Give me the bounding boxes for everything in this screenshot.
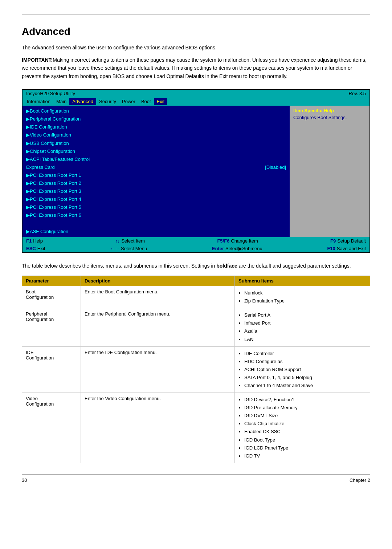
bios-entry-express-card[interactable]: Express Card[Disabled] [26, 163, 286, 171]
key-f1: F1 [26, 238, 32, 244]
col-submenu: Submenu Items [235, 276, 370, 286]
menu-boot[interactable]: Boot [138, 98, 154, 105]
footer-select-submenu: Enter Select▶Submenu [212, 246, 262, 251]
bios-entry-boot-config[interactable]: ▶Boot Configuration [26, 107, 286, 115]
table-header-row: Parameter Description Submenu Items [22, 276, 370, 286]
bios-menu-bar: Information Main Advanced Security Power… [23, 97, 369, 106]
important-block: IMPORTANT:Making incorrect settings to i… [22, 56, 370, 80]
bios-entry-peripheral-config[interactable]: ▶Peripheral Configuration [26, 115, 286, 123]
bios-title-bar: InsydeH20 Setup Utility Rev. 3.5 [23, 90, 369, 97]
bios-footer: F1 Help ↑↓ Select Item F5/F6 Change Item… [23, 237, 369, 245]
submenu-ide-config: IDE Controller HDC Configure as ACHI Opt… [235, 346, 370, 393]
desc-ide-config: Enter the IDE Configuration menu. [81, 346, 235, 393]
col-description: Description [81, 276, 235, 286]
desc-video-config: Enter the Video Configuration menu. [81, 393, 235, 463]
footer-help: F1 Help [26, 238, 43, 244]
bios-entry-video-config[interactable]: ▶Video Configuration [26, 131, 286, 139]
param-peripheral-config: PeripheralConfiguration [22, 308, 81, 346]
col-parameter: Parameter [22, 276, 81, 286]
key-f9: F9 [330, 238, 336, 244]
page-number: 30 [22, 477, 27, 483]
param-table: Parameter Description Submenu Items Boot… [22, 276, 370, 463]
bios-help-title: Item Specific Help [293, 108, 366, 113]
important-label: IMPORTANT: [22, 57, 53, 63]
table-row: VideoConfiguration Enter the Video Confi… [22, 393, 370, 463]
menu-main[interactable]: Main [53, 98, 69, 105]
bios-help-text: Configures Boot Settings. [293, 115, 366, 120]
menu-exit[interactable]: Exit [154, 98, 168, 105]
footer-esc-exit: ESC Exit [26, 246, 45, 251]
important-text: Making incorrect settings to items on th… [22, 57, 367, 79]
menu-advanced[interactable]: Advanced [69, 98, 96, 105]
desc-peripheral-config: Enter the Peripheral Configuration menu. [81, 308, 235, 346]
param-ide-config: IDEConfiguration [22, 346, 81, 393]
bios-screen: InsydeH20 Setup Utility Rev. 3.5 Informa… [22, 89, 370, 253]
bios-left-panel: ▶Boot Configuration ▶Peripheral Configur… [23, 106, 290, 237]
param-video-config: VideoConfiguration [22, 393, 81, 463]
chapter-label: Chapter 2 [350, 477, 370, 483]
submenu-peripheral-config: Serial Port A Infrared Port Azalia LAN [235, 308, 370, 346]
bios-entry-pci3[interactable]: ▶PCI Express Root Port 3 [26, 187, 286, 195]
table-row: PeripheralConfiguration Enter the Periph… [22, 308, 370, 346]
footer-select-menu: ←→ Select Menu [110, 246, 147, 251]
bios-entry-asf[interactable]: ▶ASF Configuration [26, 228, 286, 236]
footer-change-item: F5/F6 Change Item [217, 238, 258, 244]
menu-power[interactable]: Power [119, 98, 138, 105]
footer-save-exit: F10 Save and Exit [327, 246, 366, 251]
page-title: Advanced [22, 26, 370, 37]
menu-security[interactable]: Security [96, 98, 119, 105]
param-boot-config: BootConfiguration [22, 286, 81, 308]
bios-entry-pci2[interactable]: ▶PCI Express Root Port 2 [26, 179, 286, 187]
menu-information[interactable]: Information [24, 98, 53, 105]
bios-entry-chipset-config[interactable]: ▶Chipset Configuration [26, 147, 286, 155]
submenu-boot-config: Numlock Zip Emulation Type [235, 286, 370, 308]
bios-entry-usb-config[interactable]: ▶USB Configuration [26, 139, 286, 147]
table-row: IDEConfiguration Enter the IDE Configura… [22, 346, 370, 393]
bios-entry-pci5[interactable]: ▶PCI Express Root Port 5 [26, 203, 286, 211]
key-f10: F10 [327, 246, 335, 251]
page-footer: 30 Chapter 2 [22, 474, 370, 483]
bios-entry-pci6[interactable]: ▶PCI Express Root Port 6 [26, 211, 286, 219]
bios-title-left: InsydeH20 Setup Utility [26, 91, 75, 96]
bios-entry-ide-config[interactable]: ▶IDE Configuration [26, 123, 286, 131]
key-arrows: ↑↓ [115, 238, 120, 244]
bios-entry-pci1[interactable]: ▶PCI Express Root Port 1 [26, 171, 286, 179]
desc-boot-config: Enter the Boot Configuration menu. [81, 286, 235, 308]
key-esc: ESC [26, 246, 36, 251]
key-lr-arrows: ←→ [110, 246, 119, 251]
intro-text: The Advanced screen allows the user to c… [22, 44, 370, 52]
key-f5f6: F5/F6 [217, 238, 229, 244]
bios-right-panel: Item Specific Help Configures Boot Setti… [290, 106, 369, 237]
bios-title-right: Rev. 3.5 [349, 91, 366, 96]
submenu-video-config: IGD Device2, Function1 IGD Pre-allocate … [235, 393, 370, 463]
bios-footer-row2: ESC Exit ←→ Select Menu Enter Select▶Sub… [23, 245, 369, 252]
key-enter: Enter [212, 246, 224, 251]
footer-select-item: ↑↓ Select Item [115, 238, 145, 244]
bios-body: ▶Boot Configuration ▶Peripheral Configur… [23, 106, 369, 237]
desc-text: The table below describes the items, men… [22, 262, 370, 270]
bios-entry-acpi[interactable]: ▶ACPI Table/Features Control [26, 155, 286, 163]
bios-entry-blank [26, 219, 286, 227]
footer-setup-default: F9 Setup Default [330, 238, 366, 244]
bios-entry-pci4[interactable]: ▶PCI Express Root Port 4 [26, 195, 286, 203]
table-row: BootConfiguration Enter the Boot Configu… [22, 286, 370, 308]
